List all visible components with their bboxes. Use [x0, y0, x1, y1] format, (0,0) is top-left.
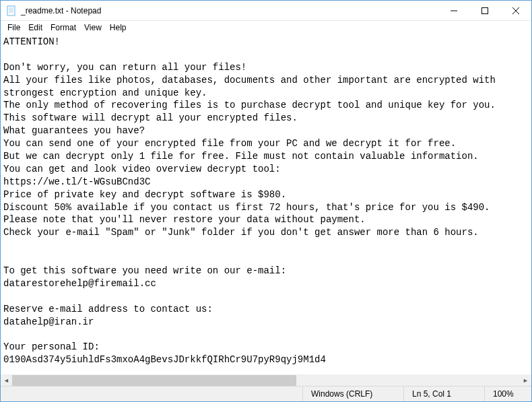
menubar: File Edit Format View Help: [1, 21, 531, 34]
scroll-left-arrow-icon[interactable]: ◄: [1, 375, 12, 386]
window-controls: [438, 1, 531, 20]
notepad-window: _readme.txt - Notepad File Edit Format V…: [0, 0, 532, 402]
maximize-button[interactable]: [469, 1, 500, 20]
notepad-icon: [6, 5, 17, 16]
status-encoding: Windows (CRLF): [302, 387, 403, 401]
text-area[interactable]: ATTENTION! Don't worry, you can return a…: [1, 34, 531, 374]
minimize-button[interactable]: [438, 1, 469, 20]
menu-file[interactable]: File: [3, 22, 24, 33]
close-button[interactable]: [500, 1, 531, 20]
scroll-thumb[interactable]: [12, 375, 296, 386]
scroll-track[interactable]: [12, 375, 520, 386]
status-zoom: 100%: [484, 387, 531, 401]
svg-rect-6: [482, 7, 488, 13]
titlebar[interactable]: _readme.txt - Notepad: [1, 1, 531, 21]
horizontal-scrollbar[interactable]: ◄ ►: [1, 374, 531, 386]
status-position: Ln 5, Col 1: [403, 387, 484, 401]
statusbar: Windows (CRLF) Ln 5, Col 1 100%: [1, 386, 531, 401]
menu-edit[interactable]: Edit: [24, 22, 46, 33]
window-title: _readme.txt - Notepad: [21, 6, 438, 15]
menu-view[interactable]: View: [80, 22, 106, 33]
menu-help[interactable]: Help: [106, 22, 131, 33]
scroll-right-arrow-icon[interactable]: ►: [520, 375, 531, 386]
menu-format[interactable]: Format: [46, 22, 80, 33]
